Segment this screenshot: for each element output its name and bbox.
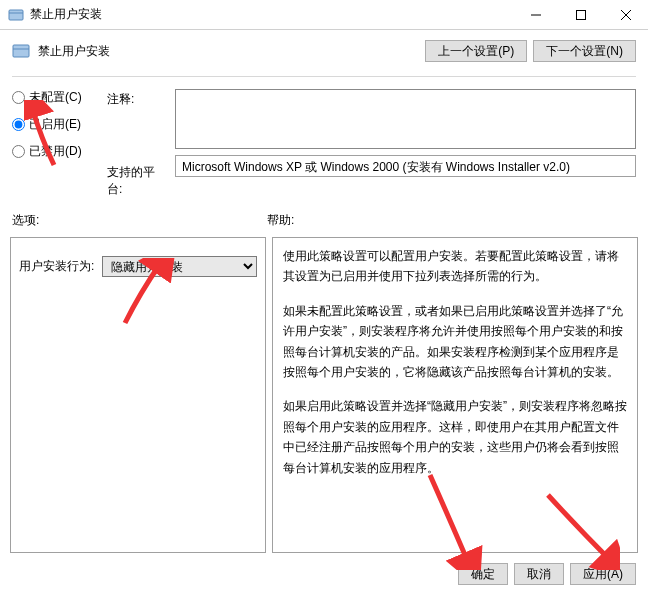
radio-enabled-label: 已启用(E) bbox=[29, 116, 81, 133]
state-radio-group: 未配置(C) 已启用(E) 已禁用(D) bbox=[12, 89, 97, 198]
svg-rect-0 bbox=[9, 10, 23, 20]
platform-label: 支持的平台: bbox=[107, 164, 165, 198]
radio-enabled-input[interactable] bbox=[12, 118, 25, 131]
help-paragraph: 如果启用此策略设置并选择“隐藏用户安装”，则安装程序将忽略按照每个用户安装的应用… bbox=[283, 396, 627, 478]
options-panel: 用户安装行为: 隐藏用户安装 bbox=[10, 237, 266, 553]
radio-disabled-input[interactable] bbox=[12, 145, 25, 158]
maximize-button[interactable] bbox=[558, 0, 603, 30]
behavior-dropdown[interactable]: 隐藏用户安装 bbox=[102, 256, 257, 277]
help-panel[interactable]: 使用此策略设置可以配置用户安装。若要配置此策略设置，请将其设置为已启用并使用下拉… bbox=[272, 237, 638, 553]
config-area: 未配置(C) 已启用(E) 已禁用(D) 注释: 支持的平台: Microsof… bbox=[0, 81, 648, 202]
policy-icon bbox=[12, 42, 30, 60]
platform-field: Microsoft Windows XP 或 Windows 2000 (安装有… bbox=[175, 155, 636, 177]
prev-setting-button[interactable]: 上一个设置(P) bbox=[425, 40, 527, 62]
comment-label: 注释: bbox=[107, 91, 165, 108]
radio-not-configured-input[interactable] bbox=[12, 91, 25, 104]
divider bbox=[12, 76, 636, 77]
window-title: 禁止用户安装 bbox=[30, 6, 513, 23]
titlebar: 禁止用户安装 bbox=[0, 0, 648, 30]
cancel-button[interactable]: 取消 bbox=[514, 563, 564, 585]
behavior-label: 用户安装行为: bbox=[19, 258, 94, 275]
svg-rect-3 bbox=[576, 10, 585, 19]
app-icon bbox=[8, 7, 24, 23]
options-label: 选项: bbox=[12, 212, 267, 229]
radio-not-configured-label: 未配置(C) bbox=[29, 89, 82, 106]
header-row: 禁止用户安装 上一个设置(P) 下一个设置(N) bbox=[0, 30, 648, 72]
lower-panels: 用户安装行为: 隐藏用户安装 使用此策略设置可以配置用户安装。若要配置此策略设置… bbox=[0, 231, 648, 553]
footer: 确定 取消 应用(A) bbox=[0, 553, 648, 595]
svg-rect-6 bbox=[13, 45, 29, 57]
close-button[interactable] bbox=[603, 0, 648, 30]
apply-button[interactable]: 应用(A) bbox=[570, 563, 636, 585]
section-labels: 选项: 帮助: bbox=[0, 202, 648, 231]
help-label: 帮助: bbox=[267, 212, 294, 229]
help-paragraph: 使用此策略设置可以配置用户安装。若要配置此策略设置，请将其设置为已启用并使用下拉… bbox=[283, 246, 627, 287]
header-title: 禁止用户安装 bbox=[38, 43, 425, 60]
next-setting-button[interactable]: 下一个设置(N) bbox=[533, 40, 636, 62]
radio-disabled[interactable]: 已禁用(D) bbox=[12, 143, 97, 160]
radio-not-configured[interactable]: 未配置(C) bbox=[12, 89, 97, 106]
comment-textarea[interactable] bbox=[175, 89, 636, 149]
ok-button[interactable]: 确定 bbox=[458, 563, 508, 585]
radio-disabled-label: 已禁用(D) bbox=[29, 143, 82, 160]
help-paragraph: 如果未配置此策略设置，或者如果已启用此策略设置并选择了“允许用户安装”，则安装程… bbox=[283, 301, 627, 383]
radio-enabled[interactable]: 已启用(E) bbox=[12, 116, 97, 133]
minimize-button[interactable] bbox=[513, 0, 558, 30]
window-controls bbox=[513, 0, 648, 30]
